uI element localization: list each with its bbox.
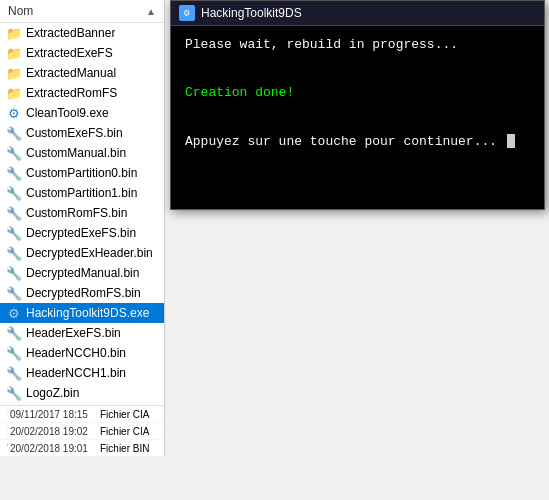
terminal-cursor [507,134,515,148]
file-name: HeaderExeFS.bin [26,326,121,340]
bin-icon: 🔧 [6,225,22,241]
file-name: ExtractedExeFS [26,46,113,60]
list-item[interactable]: 🔧 CustomPartition1.bin [0,183,164,203]
list-item[interactable]: 📁 ExtractedExeFS [0,43,164,63]
bin-icon: 🔧 [6,365,22,381]
list-item[interactable]: 🔧 HeaderNCCH0.bin [0,343,164,363]
terminal-line-5: Appuyez sur une touche pour continuer... [185,133,530,151]
list-item[interactable]: 🔧 LogoZ.bin [0,383,164,403]
file-name: ExtractedManual [26,66,116,80]
exe-icon: ⚙ [6,105,22,121]
bin-icon: 🔧 [6,345,22,361]
file-name: CleanTool9.exe [26,106,109,120]
bin-icon: 🔧 [6,245,22,261]
file-detail-row[interactable]: 📄 NiseikoiVolume1.cia 09/11/2017 18:15 F… [0,406,164,423]
file-name: CustomPartition1.bin [26,186,137,200]
list-item[interactable]: 📁 ExtractedManual [0,63,164,83]
list-item[interactable]: 📁 ExtractedRomFS [0,83,164,103]
bin-icon: 🔧 [6,125,22,141]
folder-icon: 📁 [6,45,22,61]
terminal-titlebar: ⚙ HackingToolkit9DS [171,1,544,26]
list-item[interactable]: 🔧 CustomPartition0.bin [0,163,164,183]
list-item[interactable]: 🔧 DecryptedManual.bin [0,263,164,283]
terminal-line-1: Please wait, rebuild in progress... [185,36,530,54]
file-name: ExtractedBanner [26,26,115,40]
folder-icon: 📁 [6,65,22,81]
file-name: CustomExeFS.bin [26,126,123,140]
main-container: Nom ▲ 📁 ExtractedBanner 📁 ExtractedExeFS… [0,0,549,500]
file-name: DecryptedExeFS.bin [26,226,136,240]
list-item[interactable]: 🔧 HeaderNCCH1.bin [0,363,164,383]
terminal-line-3: Creation done! [185,84,530,102]
file-name: LogoZ.bin [26,386,79,400]
list-item[interactable]: ⚙ CleanTool9.exe [0,103,164,123]
file-name: HeaderNCCH1.bin [26,366,126,380]
file-detail-row[interactable]: 🔧 PlainRGN.bin 20/02/2018 19:01 Fichier … [0,440,164,457]
file-date: 20/02/2018 19:01 [8,443,98,454]
file-detail-row[interactable]: 📄 NiseikoiVolume1_Edited.cia 20/02/2018 … [0,423,164,440]
file-name: HeaderNCCH0.bin [26,346,126,360]
file-panel: Nom ▲ 📁 ExtractedBanner 📁 ExtractedExeFS… [0,0,165,457]
bin-icon: 🔧 [6,165,22,181]
file-list: 📁 ExtractedBanner 📁 ExtractedExeFS 📁 Ext… [0,23,164,457]
bin-icon: 🔧 [6,185,22,201]
file-name: HackingToolkit9DS.exe [26,306,149,320]
file-name: CustomRomFS.bin [26,206,127,220]
file-name: DecryptedManual.bin [26,266,139,280]
list-item[interactable]: 🔧 CustomExeFS.bin [0,123,164,143]
terminal-window: ⚙ HackingToolkit9DS Please wait, rebuild… [170,0,545,210]
file-date: 20/02/2018 19:02 [8,426,98,437]
panel-header: Nom ▲ [0,0,164,23]
bin-icon: 🔧 [6,325,22,341]
terminal-title: HackingToolkit9DS [201,6,302,20]
list-item[interactable]: 🔧 DecryptedExHeader.bin [0,243,164,263]
list-item[interactable]: 🔧 HeaderExeFS.bin [0,323,164,343]
bin-icon: 🔧 [6,205,22,221]
list-item[interactable]: 🔧 CustomManual.bin [0,143,164,163]
column-name-label: Nom [8,4,33,18]
file-name: CustomPartition0.bin [26,166,137,180]
terminal-app-icon: ⚙ [179,5,195,21]
list-item[interactable]: 🔧 DecryptedExeFS.bin [0,223,164,243]
exe-icon: ⚙ [6,305,22,321]
sort-arrow: ▲ [146,6,156,17]
list-item[interactable]: 📁 ExtractedBanner [0,23,164,43]
terminal-body: Please wait, rebuild in progress... Crea… [171,26,544,209]
list-item-selected[interactable]: ⚙ HackingToolkit9DS.exe [0,303,164,323]
file-name: DecryptedExHeader.bin [26,246,153,260]
file-date: 09/11/2017 18:15 [8,409,98,420]
file-type: Fichier CIA [98,426,164,437]
bin-icon: 🔧 [6,285,22,301]
bin-icon: 🔧 [6,265,22,281]
file-type: Fichier BIN [98,443,164,454]
list-item[interactable]: 🔧 CustomRomFS.bin [0,203,164,223]
folder-icon: 📁 [6,25,22,41]
file-type: Fichier CIA [98,409,164,420]
terminal-line-2 [185,60,530,78]
bin-icon: 🔧 [6,385,22,401]
terminal-line-4 [185,109,530,127]
list-item[interactable]: 🔧 DecryptedRomFS.bin [0,283,164,303]
file-name: DecryptedRomFS.bin [26,286,141,300]
folder-icon: 📁 [6,85,22,101]
file-name: ExtractedRomFS [26,86,117,100]
bin-icon: 🔧 [6,145,22,161]
file-name: CustomManual.bin [26,146,126,160]
